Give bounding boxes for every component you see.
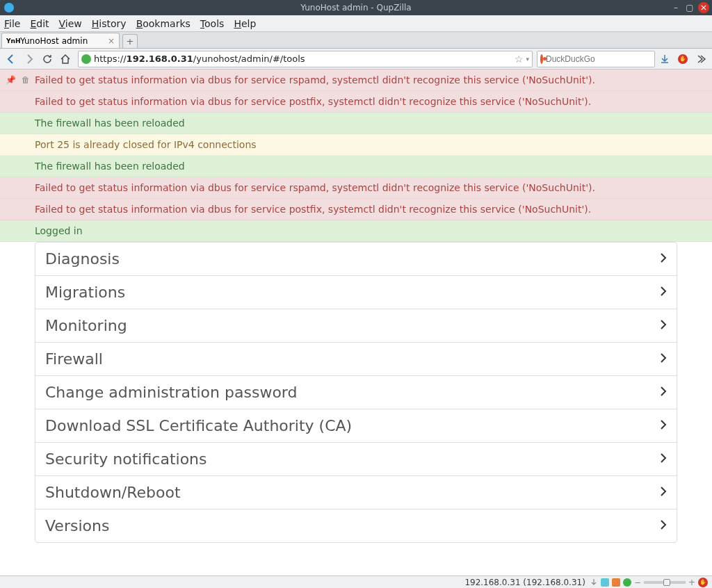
flash-message: Logged in xyxy=(0,220,712,242)
url-text[interactable]: https://192.168.0.31/yunohost/admin/#/to… xyxy=(94,54,512,64)
tools-list: DiagnosisMigrationsMonitoringFirewallCha… xyxy=(0,242,712,557)
home-button[interactable] xyxy=(57,51,74,67)
adblock-icon[interactable]: ✋ xyxy=(674,51,691,67)
menu-edit[interactable]: Edit xyxy=(30,18,49,29)
download-status-icon[interactable] xyxy=(590,578,598,587)
tool-item[interactable]: Diagnosis xyxy=(35,242,677,276)
menu-help[interactable]: Help xyxy=(234,18,256,29)
menu-tools[interactable]: Tools xyxy=(200,18,225,29)
menu-file[interactable]: File xyxy=(4,18,20,29)
app-icon xyxy=(4,3,14,13)
forward-button[interactable] xyxy=(21,51,38,67)
tab-title: YunoHost admin xyxy=(20,36,88,46)
tool-item[interactable]: Firewall xyxy=(35,342,677,376)
new-tab-button[interactable]: + xyxy=(122,34,138,48)
tool-item[interactable]: Download SSL Certificate Authority (CA) xyxy=(35,409,677,443)
tab-close-icon[interactable]: × xyxy=(108,36,115,46)
chevron-right-icon xyxy=(660,386,667,399)
pin-icon[interactable]: 📌 xyxy=(6,75,16,85)
chevron-right-icon xyxy=(660,452,667,466)
flash-message: The firewall has been reloaded xyxy=(0,113,712,134)
menubar: File Edit View History Bookmarks Tools H… xyxy=(0,15,712,32)
more-button[interactable] xyxy=(693,51,709,67)
url-dropdown-icon[interactable]: ▾ xyxy=(526,56,529,63)
status-icon-3[interactable] xyxy=(623,578,631,587)
statusbar: 192.168.0.31 (192.168.0.31) − + ✋ xyxy=(0,575,712,588)
zoom-out-icon[interactable]: − xyxy=(634,578,641,587)
chevron-right-icon xyxy=(660,519,667,532)
navigation-toolbar: https://192.168.0.31/yunohost/admin/#/to… xyxy=(0,49,712,70)
flash-message: Failed to get status information via dbu… xyxy=(0,199,712,220)
status-icon-2[interactable] xyxy=(612,578,620,587)
tool-item-label: Migrations xyxy=(45,284,125,301)
maximize-button[interactable]: ▢ xyxy=(684,2,695,13)
svg-point-0 xyxy=(84,56,88,60)
search-input[interactable] xyxy=(546,54,650,64)
tool-item[interactable]: Change administration password xyxy=(35,375,677,409)
flash-message: Failed to get status information via dbu… xyxy=(0,91,712,113)
tool-item-label: Versions xyxy=(45,517,109,534)
tool-item[interactable]: Monitoring xyxy=(35,309,677,343)
menu-view[interactable]: View xyxy=(59,18,82,29)
flash-message: Failed to get status information via dbu… xyxy=(0,70,712,91)
minimize-button[interactable]: – xyxy=(670,2,681,13)
bookmark-star-icon[interactable]: ☆ xyxy=(515,54,524,65)
tab-favicon: YnH xyxy=(6,38,16,44)
tool-item-label: Monitoring xyxy=(45,317,127,334)
tool-item-label: Change administration password xyxy=(45,384,297,401)
menu-history[interactable]: History xyxy=(92,18,127,29)
download-button[interactable] xyxy=(656,51,673,67)
tool-item-label: Shutdown/Reboot xyxy=(45,484,181,501)
window-titlebar: YunoHost admin - QupZilla – ▢ xyxy=(0,0,712,15)
menu-bookmarks[interactable]: Bookmarks xyxy=(136,18,191,29)
lock-icon xyxy=(81,54,91,64)
tool-item[interactable]: Shutdown/Reboot xyxy=(35,475,677,509)
tool-item-label: Security notifications xyxy=(45,450,207,468)
tool-item-label: Firewall xyxy=(45,350,103,368)
chevron-right-icon xyxy=(660,252,667,266)
flash-message: Port 25 is already closed for IPv4 conne… xyxy=(0,134,712,156)
window-title: YunoHost admin - QupZilla xyxy=(300,3,411,13)
adblock-status-icon[interactable]: ✋ xyxy=(698,578,708,587)
tabbar: YnH YunoHost admin × + xyxy=(0,32,712,49)
flash-controls: 📌 🗑 xyxy=(6,75,30,85)
zoom-slider[interactable] xyxy=(644,581,686,584)
tool-item-label: Download SSL Certificate Authority (CA) xyxy=(45,417,352,434)
flash-message: Failed to get status information via dbu… xyxy=(0,177,712,199)
tab-active[interactable]: YnH YunoHost admin × xyxy=(1,33,120,48)
url-bar[interactable]: https://192.168.0.31/yunohost/admin/#/to… xyxy=(78,51,533,67)
chevron-right-icon xyxy=(660,419,667,432)
chevron-right-icon xyxy=(660,286,667,299)
zoom-in-icon[interactable]: + xyxy=(688,578,695,587)
chevron-right-icon xyxy=(660,319,667,332)
duckduckgo-icon xyxy=(540,54,543,64)
close-button[interactable] xyxy=(698,2,709,13)
chevron-right-icon xyxy=(660,352,667,366)
search-bar[interactable] xyxy=(537,51,655,67)
back-button[interactable] xyxy=(3,51,19,67)
status-text: 192.168.0.31 (192.168.0.31) xyxy=(464,578,585,587)
page-viewport[interactable]: 📌 🗑 Failed to get status information via… xyxy=(0,70,712,575)
tool-item[interactable]: Versions xyxy=(35,509,677,543)
chevron-right-icon xyxy=(660,486,667,499)
status-icon-1[interactable] xyxy=(601,578,609,587)
reload-button[interactable] xyxy=(39,51,56,67)
tool-item-label: Diagnosis xyxy=(45,250,120,268)
tool-item[interactable]: Security notifications xyxy=(35,442,677,476)
tool-item[interactable]: Migrations xyxy=(35,275,677,309)
trash-icon[interactable]: 🗑 xyxy=(22,75,30,85)
flash-message: The firewall has been reloaded xyxy=(0,156,712,177)
